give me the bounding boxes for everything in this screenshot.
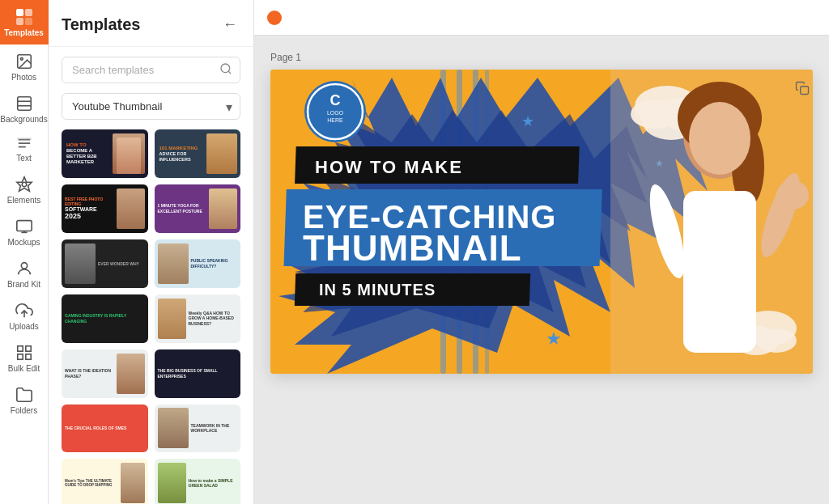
svg-line-25 bbox=[228, 71, 231, 74]
backgrounds-label: Backgrounds bbox=[0, 115, 47, 124]
brand-kit-label: Brand Kit bbox=[7, 280, 40, 289]
template-item[interactable]: TEAMWORK IN THE WORKPLACE bbox=[155, 404, 241, 453]
sidebar-item-mockups[interactable]: Mockups bbox=[0, 210, 49, 252]
duplicate-page-button[interactable] bbox=[792, 78, 813, 101]
template-item[interactable]: THE BIG BUSINESS OF SMALL ENTERPRISES bbox=[155, 349, 241, 398]
page-label: Page 1 bbox=[270, 52, 813, 63]
folders-icon bbox=[15, 386, 33, 404]
svg-point-61 bbox=[689, 102, 750, 175]
svg-rect-6 bbox=[17, 97, 31, 111]
svg-rect-1 bbox=[25, 9, 32, 16]
svg-rect-21 bbox=[25, 346, 30, 351]
svg-text:C: C bbox=[330, 92, 341, 108]
template-item[interactable]: 101 MARKETING ADVICE FOR INFLUENCERS bbox=[155, 129, 241, 178]
backgrounds-icon bbox=[15, 95, 33, 112]
templates-panel: Templates ← Youtube Thumbnail Instagram … bbox=[49, 0, 254, 504]
svg-text:★: ★ bbox=[521, 113, 534, 129]
mockups-label: Mockups bbox=[7, 238, 40, 247]
duplicate-icon bbox=[795, 81, 810, 95]
svg-rect-23 bbox=[25, 354, 30, 359]
svg-point-18 bbox=[21, 263, 27, 269]
canvas-container: Page 1 bbox=[254, 36, 829, 504]
svg-point-5 bbox=[20, 57, 23, 60]
brand-kit-icon bbox=[15, 260, 33, 277]
sidebar-item-photos[interactable]: Photos bbox=[0, 44, 49, 87]
uploads-icon bbox=[15, 302, 33, 320]
canvas-toolbar bbox=[254, 0, 829, 36]
photos-label: Photos bbox=[11, 73, 36, 82]
back-button[interactable]: ← bbox=[219, 13, 240, 36]
template-item[interactable]: HOW TO BECOME A BETTER B2B MARKETER bbox=[62, 129, 148, 178]
record-indicator bbox=[267, 11, 282, 25]
svg-rect-20 bbox=[17, 346, 22, 351]
svg-point-65 bbox=[776, 180, 809, 210]
canvas-frame[interactable]: ★ ★ ★ ★ ★ HOW TO MAKE EYE-CATCHING THUMB… bbox=[270, 70, 813, 374]
svg-rect-2 bbox=[16, 18, 23, 25]
sidebar-item-brand-kit[interactable]: Brand Kit bbox=[0, 252, 49, 294]
svg-text:HOW TO MAKE: HOW TO MAKE bbox=[315, 157, 463, 177]
template-item[interactable]: BEST FREE PHOTO EDITING SOFTWARE 2025 bbox=[62, 184, 148, 233]
svg-rect-22 bbox=[17, 354, 22, 359]
svg-point-24 bbox=[221, 64, 230, 73]
folders-label: Folders bbox=[11, 406, 37, 415]
svg-rect-3 bbox=[25, 18, 32, 25]
svg-rect-62 bbox=[683, 191, 756, 353]
brand-icon bbox=[15, 8, 33, 26]
svg-text:LOGO: LOGO bbox=[327, 110, 344, 116]
panel-header: Templates ← bbox=[49, 0, 253, 47]
svg-text:HERE: HERE bbox=[327, 117, 343, 123]
svg-text:★: ★ bbox=[546, 328, 562, 349]
sidebar-item-folders[interactable]: Folders bbox=[0, 378, 49, 420]
search-input[interactable] bbox=[62, 57, 240, 83]
search-button[interactable] bbox=[219, 62, 232, 78]
template-item[interactable]: PUBLIC SPEAKING DIFFICULTY? bbox=[155, 239, 241, 288]
photos-icon bbox=[15, 53, 33, 70]
mockups-icon bbox=[15, 218, 33, 235]
text-icon bbox=[15, 137, 33, 151]
sidebar-item-elements[interactable]: Elements bbox=[0, 167, 49, 210]
svg-rect-15 bbox=[16, 221, 31, 231]
bulk-edit-icon bbox=[15, 344, 33, 362]
icon-sidebar: Templates Photos Backgrounds Text Elemen… bbox=[0, 0, 49, 504]
canvas-background-svg: ★ ★ ★ ★ ★ HOW TO MAKE EYE-CATCHING THUMB… bbox=[270, 70, 813, 374]
main-area: Page 1 bbox=[254, 0, 829, 504]
sidebar-item-text[interactable]: Text bbox=[0, 129, 49, 167]
template-item[interactable]: GAMING INDUSTRY IS RAPIDLY CHANGING bbox=[62, 294, 148, 343]
template-item[interactable]: 1 MINUTE YOGA FOR EXCELLENT POSTURE bbox=[155, 184, 241, 233]
brand-label: Templates bbox=[4, 28, 44, 37]
svg-marker-14 bbox=[16, 177, 31, 191]
template-type-dropdown-wrapper: Youtube Thumbnail Instagram Post Faceboo… bbox=[62, 93, 240, 120]
panel-title: Templates bbox=[62, 15, 140, 34]
search-box bbox=[62, 57, 240, 83]
template-item[interactable]: THE CRUCIAL ROLES OF SMEs bbox=[62, 404, 148, 453]
template-item[interactable]: Weekly Q&A HOW TO GROW A HOME-BASED BUSI… bbox=[155, 294, 241, 343]
template-item[interactable]: EVER WONDER WHY bbox=[62, 239, 148, 288]
svg-rect-12 bbox=[17, 138, 32, 141]
sidebar-item-backgrounds[interactable]: Backgrounds bbox=[0, 87, 49, 129]
svg-rect-0 bbox=[16, 9, 23, 16]
template-item[interactable]: WHAT IS THE IDEATION PHASE? bbox=[62, 349, 148, 398]
svg-text:THUMBNAIL: THUMBNAIL bbox=[303, 228, 522, 268]
sidebar-item-uploads[interactable]: Uploads bbox=[0, 294, 49, 336]
template-item[interactable]: How to make a SIMPLE GREEN SALAD bbox=[155, 459, 241, 504]
template-type-dropdown[interactable]: Youtube Thumbnail Instagram Post Faceboo… bbox=[62, 93, 240, 120]
text-label: Text bbox=[16, 154, 31, 163]
uploads-label: Uploads bbox=[9, 322, 39, 331]
svg-rect-66 bbox=[801, 87, 809, 95]
bulk-edit-label: Bulk Edit bbox=[8, 364, 40, 373]
search-icon bbox=[219, 62, 232, 75]
sidebar-item-bulk-edit[interactable]: Bulk Edit bbox=[0, 336, 49, 378]
brand-logo[interactable]: Templates bbox=[0, 0, 49, 44]
template-item[interactable]: Mum's Tips THE ULTIMATE GUIDE TO DROP SH… bbox=[62, 459, 148, 504]
elements-label: Elements bbox=[7, 196, 41, 205]
canvas-wrapper: Page 1 bbox=[270, 52, 813, 374]
svg-text:IN 5 MINUTES: IN 5 MINUTES bbox=[319, 281, 436, 299]
svg-point-13 bbox=[22, 182, 27, 187]
templates-list: HOW TO BECOME A BETTER B2B MARKETER 101 … bbox=[62, 129, 240, 504]
elements-icon bbox=[15, 176, 33, 193]
templates-grid: HOW TO BECOME A BETTER B2B MARKETER 101 … bbox=[49, 129, 253, 504]
